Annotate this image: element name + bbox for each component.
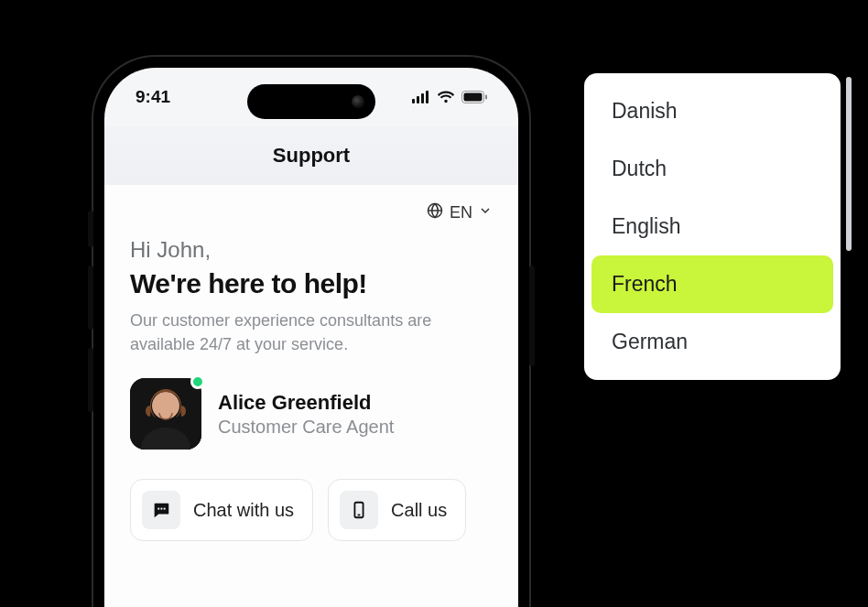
language-option-german[interactable]: German	[591, 313, 833, 371]
agent-card: Alice Greenfield Customer Care Agent	[130, 378, 493, 450]
phone-volume-down-button	[88, 348, 93, 412]
cellular-signal-icon	[412, 91, 430, 103]
svg-rect-1	[417, 96, 419, 103]
language-selector[interactable]: EN	[130, 201, 493, 224]
agent-role: Customer Care Agent	[218, 417, 394, 438]
language-option-english[interactable]: English	[591, 198, 833, 255]
phone-device-icon	[340, 491, 378, 529]
status-indicators	[412, 91, 487, 103]
chevron-down-icon	[478, 203, 493, 222]
agent-name: Alice Greenfield	[218, 391, 394, 415]
front-camera-icon	[352, 95, 364, 108]
svg-rect-0	[412, 99, 415, 103]
svg-point-12	[164, 508, 166, 510]
greeting-text: Hi John,	[130, 237, 493, 263]
language-option-danish[interactable]: Danish	[591, 82, 833, 140]
status-time: 9:41	[136, 87, 170, 107]
language-menu-scrollbar[interactable]	[846, 77, 852, 251]
page-title-bar: Support	[104, 126, 518, 185]
svg-rect-5	[464, 93, 483, 102]
support-content: EN Hi John, We're here to help! Our cust…	[104, 185, 518, 607]
phone-power-button	[529, 266, 535, 366]
dynamic-island	[247, 84, 375, 119]
svg-rect-3	[426, 91, 429, 103]
wifi-icon	[437, 91, 455, 103]
call-button[interactable]: Call us	[328, 479, 466, 541]
page-title: Support	[273, 144, 350, 168]
language-option-dutch[interactable]: Dutch	[591, 140, 833, 198]
phone-volume-up-button	[88, 266, 93, 330]
language-option-french[interactable]: French	[591, 255, 833, 313]
chat-icon	[142, 491, 180, 529]
phone-side-button	[88, 211, 93, 247]
action-buttons: Chat with us Call us	[130, 479, 493, 541]
battery-icon	[461, 91, 487, 103]
chat-button-label: Chat with us	[193, 500, 294, 521]
agent-avatar	[130, 378, 201, 450]
phone-screen: 9:41	[104, 68, 518, 607]
svg-rect-6	[485, 95, 487, 100]
svg-point-10	[157, 508, 159, 510]
svg-point-9	[152, 392, 179, 419]
globe-icon	[426, 201, 444, 224]
svg-rect-2	[421, 93, 424, 103]
call-button-label: Call us	[391, 500, 447, 521]
agent-info: Alice Greenfield Customer Care Agent	[218, 391, 394, 438]
online-status-indicator	[190, 374, 205, 389]
subheadline-text: Our customer experience consultants are …	[130, 309, 478, 356]
phone-frame: 9:41	[92, 55, 531, 607]
language-menu[interactable]: Danish Dutch English French German	[584, 73, 841, 380]
headline-text: We're here to help!	[130, 268, 493, 299]
language-code: EN	[450, 203, 472, 222]
svg-point-11	[160, 508, 162, 510]
avatar-container	[130, 378, 201, 450]
chat-button[interactable]: Chat with us	[130, 479, 313, 541]
